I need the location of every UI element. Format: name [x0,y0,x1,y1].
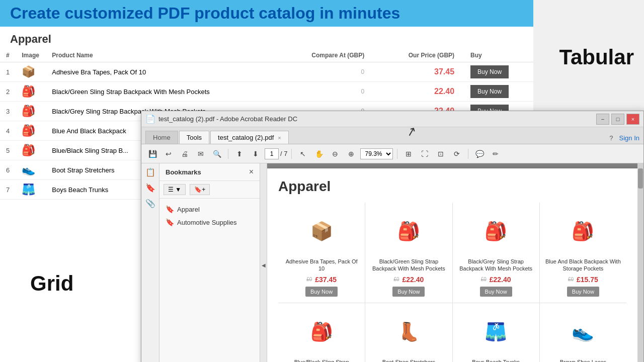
row-image: 🩳 [16,180,46,200]
row-price: 37.45 [379,62,464,82]
pdf-content-area[interactable]: Apparel 📦 Adhesive Bra Tapes, Pack Of 10… [267,163,637,362]
table-row: 1 📦 Adhesive Bra Tapes, Pack Of 10 0 37.… [0,62,533,82]
tab-close-icon[interactable]: × [278,135,281,141]
help-icon[interactable]: ? [609,134,613,142]
product-buy-button[interactable]: Buy Now [305,287,338,297]
sign-in-button[interactable]: Sign In [619,134,639,142]
sidebar-tab-controls: ☰ ▼ 🔖+ [159,181,260,199]
product-card: 🎒 Black/Grey Sling Strap Backpack With M… [453,203,539,303]
product-card: 🎒 Black/Green Sling Strap Backpack With … [365,203,452,303]
fullscreen-button[interactable]: ⛶ [418,147,432,160]
grid-label: Grid [30,272,73,296]
product-card: 👢 Boot Strap Stretchers £0 £12.99 Buy No… [365,303,452,362]
buy-button[interactable]: Buy Now [470,85,509,98]
product-card-image: 🎒 [476,209,516,254]
bookmarks-header: Bookmarks × [159,163,260,181]
fit-page-button[interactable]: ⊞ [401,147,416,160]
page-number-input[interactable] [265,148,279,159]
bookmarks-icon[interactable]: 🔖 [145,183,155,193]
pdf-scrollbar[interactable] [637,163,643,362]
add-bookmark-button[interactable]: 🔖+ [190,184,210,195]
print-button[interactable]: 🖨 [178,147,192,160]
product-card-name: Adhesive Bra Tapes, Pack Of 10 [282,258,361,273]
close-button[interactable]: × [626,114,639,125]
product-buy-button[interactable]: Buy Now [480,287,512,297]
row-num: 7 [0,180,16,200]
product-compare-price: £0 [568,277,574,282]
bookmark-automotive[interactable]: 🔖 Automotive Supplies [164,216,256,229]
row-price: 22.40 [379,82,464,102]
product-card-name: Brown Shoe Laces [560,358,606,362]
separator-2 [291,149,292,159]
bookmarks-title: Bookmarks [166,168,201,176]
sidebar-collapse-button[interactable]: ◀ [260,163,267,362]
row-num: 5 [0,141,16,160]
back-button[interactable]: ↩ [162,147,176,160]
maximize-button[interactable]: □ [611,114,624,125]
row-compare: 0 [278,82,379,102]
product-card-image: 👢 [388,309,429,354]
product-card-prices: £0 £15.75 [568,276,598,284]
row-name: Adhesive Bra Tapes, Pack Of 10 [46,62,278,82]
product-card-prices: £0 £22.40 [481,276,511,284]
row-image: 👟 [16,160,46,180]
page-navigation: / 7 [265,148,287,159]
tab-home[interactable]: Home [145,131,178,144]
acrobat-icon: 📄 [145,114,155,124]
col-image: Image [16,49,46,62]
fit-width-button[interactable]: ⊡ [434,147,448,160]
pdf-page: Apparel 📦 Adhesive Bra Tapes, Pack Of 10… [267,168,637,362]
row-num: 2 [0,82,16,102]
table-row: 2 🎒 Black/Green Sling Strap Backpack Wit… [0,82,533,102]
product-buy-button[interactable]: Buy Now [567,287,599,297]
draw-button[interactable]: ✏ [489,147,503,160]
zoom-out-button[interactable]: ⊖ [328,147,342,160]
search-button[interactable]: 🔍 [210,147,224,160]
product-card-name: Blue And Black Backpack With Storage Poc… [544,258,622,273]
row-image: 📦 [16,62,46,82]
comment-button[interactable]: 💬 [472,147,487,160]
next-page-button[interactable]: ⬇ [249,147,263,160]
prev-page-button[interactable]: ⬆ [232,147,247,160]
product-our-price: £37.45 [315,276,337,284]
tab-file[interactable]: test_catalog (2).pdf × [210,131,289,144]
cursor-tool-button[interactable]: ↖ [296,147,310,160]
tabular-label: Tabular [559,45,634,69]
col-name: Product Name [46,49,278,62]
product-our-price: £22.40 [490,276,511,284]
email-button[interactable]: ✉ [194,147,208,160]
buy-button[interactable]: Buy Now [470,65,509,78]
row-compare: 0 [278,62,379,82]
row-image: 🎒 [16,82,46,102]
acrobat-window: 📄 test_catalog (2).pdf - Adobe Acrobat R… [141,111,644,362]
zoom-select[interactable]: 79.3% 50% 75% 100% 125% 150% [360,148,393,159]
product-buy-button[interactable]: Buy Now [392,287,425,297]
pdf-page-title: Apparel [278,178,626,195]
row-name: Black/Green Sling Strap Backpack With Me… [46,82,278,102]
scrollbar-thumb[interactable] [638,168,643,189]
tab-actions: ? Sign In [609,134,639,144]
list-view-button[interactable]: ☰ ▼ [164,184,186,195]
hand-tool-button[interactable]: ✋ [312,147,326,160]
row-buy: Buy Now [464,62,533,82]
minimize-button[interactable]: − [596,114,609,125]
product-card-prices: £0 £37.45 [306,276,337,284]
bookmarks-close-button[interactable]: × [249,167,254,176]
zoom-in-button[interactable]: ⊕ [344,147,358,160]
product-card-image: 🎒 [563,209,603,254]
product-card-image: 👟 [563,309,603,354]
rotate-button[interactable]: ⟳ [450,147,464,160]
tab-tools[interactable]: Tools [179,131,209,144]
product-our-price: £22.40 [403,276,424,284]
pages-icon[interactable]: 📋 [145,167,155,177]
bookmark-apparel[interactable]: 🔖 Apparel [164,203,256,216]
promo-text: Create customized PDF product catalog in… [10,4,400,22]
save-button[interactable]: 💾 [145,147,159,160]
bookmarks-panel: Bookmarks × ☰ ▼ 🔖+ 🔖 Apparel 🔖 Automotiv… [159,163,260,362]
product-card-name: Black/Green Sling Strap Backpack With Me… [369,258,448,273]
bookmarks-list: 🔖 Apparel 🔖 Automotive Supplies [159,199,260,362]
row-num: 3 [0,102,16,121]
attachments-icon[interactable]: 📎 [145,199,155,208]
row-num: 1 [0,62,16,82]
row-buy: Buy Now [464,82,533,102]
